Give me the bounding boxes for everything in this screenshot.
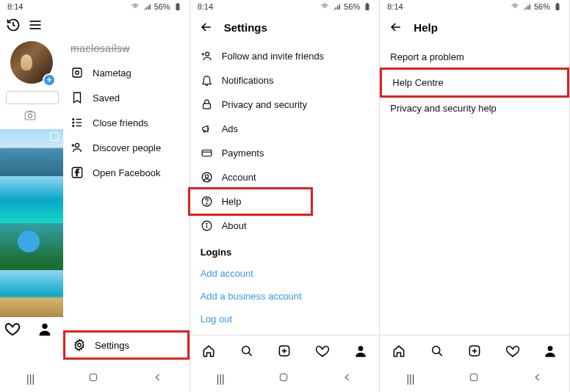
menu-close-friends[interactable]: Close friends	[63, 110, 190, 135]
menu-label: Saved	[93, 92, 120, 104]
search-icon[interactable]	[430, 344, 444, 358]
photo-thumb[interactable]	[0, 176, 63, 223]
settings-panel: 8:14 56% Settings Follow and invite frie…	[190, 0, 380, 392]
home-icon[interactable]	[392, 344, 406, 358]
status-time: 8:14	[387, 2, 403, 11]
battery-percent: 56%	[344, 2, 360, 11]
bell-icon	[201, 74, 213, 87]
page-title: Settings	[224, 21, 267, 34]
photo-thumb[interactable]	[0, 270, 63, 317]
row-label: Report a problem	[390, 51, 463, 62]
add-post-icon[interactable]	[467, 344, 482, 358]
nav-recents[interactable]: |||	[406, 373, 414, 385]
row-label: Add account	[201, 268, 253, 279]
nav-home[interactable]	[278, 371, 289, 386]
battery-icon	[363, 2, 372, 11]
nav-recents[interactable]: |||	[26, 373, 35, 385]
row-label: Payments	[222, 148, 264, 159]
nav-back[interactable]	[533, 372, 543, 385]
row-add-account[interactable]: Add account	[190, 262, 380, 285]
menu-label: Discover people	[93, 142, 161, 153]
back-arrow-icon[interactable]	[199, 20, 214, 35]
heart-icon[interactable]	[315, 344, 330, 358]
row-add-business[interactable]: Add a business account	[190, 285, 380, 308]
signal-icon	[142, 2, 151, 11]
history-icon[interactable]	[6, 18, 21, 32]
svg-point-37	[242, 346, 250, 353]
menu-nametag[interactable]: Nametag	[63, 60, 190, 85]
wifi-icon	[320, 2, 329, 11]
profile-icon[interactable]	[353, 344, 368, 358]
row-help-centre[interactable]: Help Centre	[380, 68, 569, 98]
card-icon	[201, 147, 213, 159]
bookmark-icon	[71, 91, 84, 104]
photo-grid	[0, 129, 63, 317]
battery-percent: 56%	[154, 2, 170, 11]
photo-thumb[interactable]	[0, 223, 63, 270]
svg-point-42	[358, 346, 363, 351]
lock-icon	[201, 98, 213, 111]
row-help[interactable]: Help	[188, 187, 313, 216]
row-privacy[interactable]: Privacy and security	[190, 92, 380, 117]
nav-back[interactable]	[342, 372, 353, 385]
svg-rect-45	[557, 3, 558, 4]
menu-panel: 8:14 56% +	[0, 0, 190, 392]
heart-icon[interactable]	[4, 321, 21, 337]
hamburger-icon[interactable]	[28, 18, 43, 32]
status-bar: 8:14 56%	[380, 0, 569, 13]
wifi-icon	[131, 2, 140, 11]
profile-icon[interactable]	[543, 344, 558, 358]
nav-back[interactable]	[153, 372, 163, 385]
row-privacy-help[interactable]: Privacy and security help	[380, 95, 569, 121]
home-icon[interactable]	[201, 344, 216, 358]
profile-avatar[interactable]: +	[10, 41, 54, 85]
row-about[interactable]: About	[190, 214, 380, 238]
svg-rect-8	[73, 68, 82, 77]
help-panel: 8:14 56% Help Report a problem Help Cent…	[380, 0, 570, 392]
row-label: Notifications	[222, 75, 274, 86]
row-label: Privacy and security	[222, 99, 307, 110]
row-label: Add a business account	[201, 291, 302, 302]
tag-photos-icon[interactable]	[24, 109, 63, 125]
row-report-problem[interactable]: Report a problem	[380, 44, 569, 70]
svg-rect-27	[203, 104, 210, 109]
row-notifications[interactable]: Notifications	[190, 68, 380, 92]
row-ads[interactable]: Ads	[190, 117, 380, 141]
profile-icon[interactable]	[37, 321, 53, 337]
row-label: Log out	[201, 313, 232, 324]
menu-settings[interactable]: Settings	[63, 330, 190, 360]
username-label[interactable]: maclosailsw	[63, 37, 190, 60]
status-right: 56%	[511, 2, 562, 11]
svg-rect-44	[555, 4, 559, 10]
heart-icon[interactable]	[505, 344, 520, 358]
nav-home[interactable]	[468, 371, 480, 386]
signal-icon	[522, 2, 531, 11]
profile-column: +	[0, 37, 63, 388]
add-post-icon[interactable]	[277, 344, 292, 358]
status-bar: 8:14 56%	[0, 0, 190, 13]
settings-label: Settings	[95, 340, 129, 351]
row-logout[interactable]: Log out	[190, 308, 380, 330]
menu-saved[interactable]: Saved	[63, 85, 190, 110]
status-right: 56%	[320, 2, 372, 11]
row-account[interactable]: Account	[190, 165, 380, 189]
edit-profile-box[interactable]	[6, 91, 59, 104]
add-person-icon	[71, 141, 84, 154]
nav-home[interactable]	[87, 371, 99, 386]
svg-point-12	[73, 126, 74, 127]
photo-thumb[interactable]	[0, 129, 63, 176]
status-bar: 8:14 56%	[190, 0, 380, 13]
svg-point-9	[76, 71, 79, 75]
row-label: About	[222, 220, 247, 231]
nav-recents[interactable]: |||	[217, 373, 225, 385]
menu-facebook[interactable]: Open Facebook	[63, 160, 190, 185]
add-story-icon[interactable]: +	[43, 73, 56, 87]
info-circle-icon	[201, 219, 213, 232]
signal-icon	[332, 2, 341, 11]
search-icon[interactable]	[239, 344, 254, 358]
back-arrow-icon[interactable]	[389, 20, 403, 35]
menu-discover[interactable]: Discover people	[63, 135, 190, 160]
row-payments[interactable]: Payments	[190, 141, 380, 165]
row-follow-invite[interactable]: Follow and invite friends	[190, 44, 380, 68]
svg-rect-5	[25, 112, 35, 120]
